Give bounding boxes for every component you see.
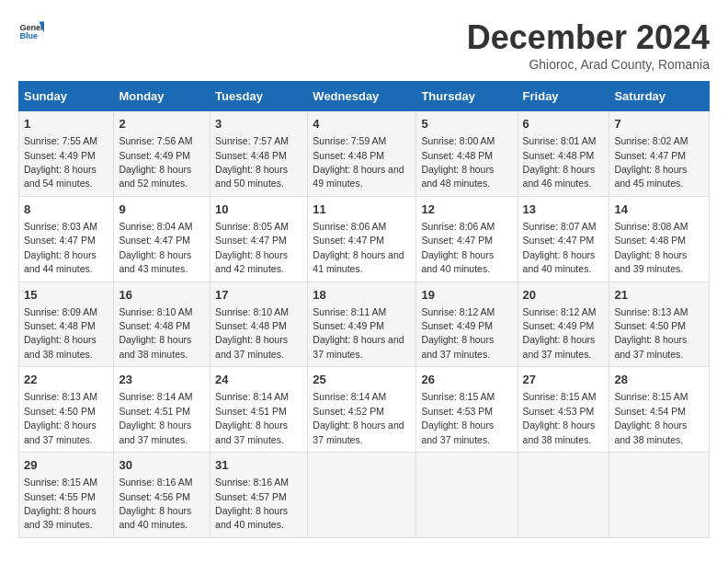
sunset-text: Sunset: 4:48 PM [24, 320, 96, 331]
day-number: 10 [215, 201, 302, 218]
daylight-label: Daylight: 8 hours and 40 minutes. [215, 505, 288, 530]
sunset-text: Sunset: 4:48 PM [119, 320, 190, 331]
calendar-cell: 6Sunrise: 8:01 AMSunset: 4:48 PMDaylight… [518, 111, 609, 197]
sunset-text: Sunset: 4:48 PM [614, 235, 686, 246]
week-row-3: 15Sunrise: 8:09 AMSunset: 4:48 PMDayligh… [19, 282, 710, 367]
day-number: 4 [313, 116, 411, 132]
page-title: December 2024 [467, 18, 710, 57]
calendar-cell: 28Sunrise: 8:15 AMSunset: 4:54 PMDayligh… [609, 367, 710, 453]
daylight-label: Daylight: 8 hours and 39 minutes. [24, 505, 97, 530]
calendar-table: SundayMondayTuesdayWednesdayThursdayFrid… [18, 81, 710, 538]
page-subtitle: Ghioroc, Arad County, Romania [467, 57, 710, 72]
calendar-cell: 9Sunrise: 8:04 AMSunset: 4:47 PMDaylight… [114, 196, 210, 282]
calendar-cell: 2Sunrise: 7:56 AMSunset: 4:49 PMDaylight… [114, 111, 210, 197]
sunset-text: Sunset: 4:51 PM [215, 406, 287, 417]
day-header-tuesday: Tuesday [210, 82, 308, 111]
daylight-label: Daylight: 8 hours and 42 minutes. [215, 249, 288, 274]
sunset-text: Sunset: 4:50 PM [614, 320, 686, 331]
sunset-text: Sunset: 4:57 PM [215, 491, 287, 502]
sunset-text: Sunset: 4:47 PM [523, 235, 595, 246]
calendar-cell: 26Sunrise: 8:15 AMSunset: 4:53 PMDayligh… [416, 367, 518, 453]
day-number: 1 [24, 116, 108, 132]
sunset-text: Sunset: 4:52 PM [313, 406, 384, 417]
day-number: 18 [313, 287, 411, 304]
daylight-label: Daylight: 8 hours and 38 minutes. [24, 334, 97, 359]
day-number: 19 [421, 287, 512, 304]
day-number: 31 [215, 457, 302, 474]
daylight-label: Daylight: 8 hours and 37 minutes. [421, 419, 494, 444]
day-number: 26 [421, 372, 512, 388]
day-header-monday: Monday [114, 82, 210, 111]
sunrise-text: Sunrise: 8:11 AM [313, 306, 386, 317]
sunrise-text: Sunrise: 8:05 AM [215, 221, 289, 232]
day-header-wednesday: Wednesday [308, 82, 416, 111]
calendar-cell: 13Sunrise: 8:07 AMSunset: 4:47 PMDayligh… [518, 196, 609, 282]
sunset-text: Sunset: 4:47 PM [119, 235, 190, 246]
daylight-label: Daylight: 8 hours and 37 minutes. [421, 334, 494, 359]
sunrise-text: Sunrise: 8:09 AM [24, 306, 97, 317]
daylight-label: Daylight: 8 hours and 38 minutes. [523, 419, 596, 444]
week-row-1: 1Sunrise: 7:55 AMSunset: 4:49 PMDaylight… [19, 111, 710, 197]
sunset-text: Sunset: 4:48 PM [421, 150, 493, 161]
sunrise-text: Sunrise: 8:15 AM [421, 391, 495, 402]
sunset-text: Sunset: 4:47 PM [215, 235, 287, 246]
sunrise-text: Sunrise: 8:13 AM [24, 391, 97, 402]
sunrise-text: Sunrise: 8:06 AM [421, 221, 495, 232]
day-header-saturday: Saturday [609, 82, 710, 111]
daylight-label: Daylight: 8 hours and 37 minutes. [523, 334, 596, 359]
week-row-4: 22Sunrise: 8:13 AMSunset: 4:50 PMDayligh… [19, 367, 710, 453]
calendar-cell: 15Sunrise: 8:09 AMSunset: 4:48 PMDayligh… [19, 282, 114, 367]
daylight-label: Daylight: 8 hours and 40 minutes. [421, 249, 494, 274]
daylight-label: Daylight: 8 hours and 37 minutes. [119, 419, 191, 444]
daylight-label: Daylight: 8 hours and 45 minutes. [614, 164, 687, 189]
sunrise-text: Sunrise: 7:56 AM [119, 135, 192, 146]
daylight-label: Daylight: 8 hours and 46 minutes. [523, 164, 596, 189]
sunrise-text: Sunrise: 8:13 AM [614, 306, 688, 317]
sunrise-text: Sunrise: 8:00 AM [421, 135, 495, 146]
sunrise-text: Sunrise: 7:57 AM [215, 135, 289, 146]
day-number: 20 [523, 287, 605, 304]
svg-text:Blue: Blue [19, 31, 38, 40]
day-number: 24 [215, 372, 302, 388]
day-number: 12 [421, 201, 512, 218]
daylight-label: Daylight: 8 hours and 39 minutes. [614, 249, 687, 274]
calendar-cell [609, 453, 710, 538]
sunrise-text: Sunrise: 8:15 AM [24, 477, 97, 488]
daylight-label: Daylight: 8 hours and 50 minutes. [215, 164, 288, 189]
calendar-cell: 24Sunrise: 8:14 AMSunset: 4:51 PMDayligh… [210, 367, 308, 453]
sunset-text: Sunset: 4:47 PM [614, 150, 686, 161]
sunrise-text: Sunrise: 8:12 AM [421, 306, 495, 317]
sunset-text: Sunset: 4:55 PM [24, 491, 96, 502]
daylight-label: Daylight: 8 hours and 41 minutes. [313, 249, 404, 274]
sunrise-text: Sunrise: 8:12 AM [523, 306, 597, 317]
calendar-cell: 18Sunrise: 8:11 AMSunset: 4:49 PMDayligh… [308, 282, 416, 367]
sunset-text: Sunset: 4:49 PM [119, 150, 190, 161]
sunrise-text: Sunrise: 8:14 AM [215, 391, 289, 402]
daylight-label: Daylight: 8 hours and 49 minutes. [313, 164, 404, 189]
day-number: 17 [215, 287, 302, 304]
calendar-cell: 8Sunrise: 8:03 AMSunset: 4:47 PMDaylight… [19, 196, 114, 282]
daylight-label: Daylight: 8 hours and 38 minutes. [119, 334, 191, 359]
sunset-text: Sunset: 4:48 PM [215, 150, 287, 161]
daylight-label: Daylight: 8 hours and 44 minutes. [24, 249, 97, 274]
day-number: 14 [614, 201, 704, 218]
day-number: 28 [614, 372, 704, 388]
calendar-cell [416, 453, 518, 538]
logo-icon: General Blue [18, 18, 44, 44]
day-number: 8 [24, 201, 108, 218]
calendar-cell: 5Sunrise: 8:00 AMSunset: 4:48 PMDaylight… [416, 111, 518, 197]
calendar-cell: 30Sunrise: 8:16 AMSunset: 4:56 PMDayligh… [114, 453, 210, 538]
title-section: December 2024 Ghioroc, Arad County, Roma… [467, 18, 710, 72]
sunrise-text: Sunrise: 8:14 AM [313, 391, 386, 402]
daylight-label: Daylight: 8 hours and 40 minutes. [119, 505, 191, 530]
calendar-cell: 1Sunrise: 7:55 AMSunset: 4:49 PMDaylight… [19, 111, 114, 197]
sunset-text: Sunset: 4:48 PM [313, 150, 384, 161]
sunset-text: Sunset: 4:50 PM [24, 406, 96, 417]
daylight-label: Daylight: 8 hours and 37 minutes. [313, 334, 404, 359]
sunset-text: Sunset: 4:51 PM [119, 406, 190, 417]
sunrise-text: Sunrise: 8:06 AM [313, 221, 386, 232]
daylight-label: Daylight: 8 hours and 52 minutes. [119, 164, 191, 189]
sunrise-text: Sunrise: 7:55 AM [24, 135, 97, 146]
day-number: 23 [119, 372, 205, 388]
calendar-cell: 17Sunrise: 8:10 AMSunset: 4:48 PMDayligh… [210, 282, 308, 367]
